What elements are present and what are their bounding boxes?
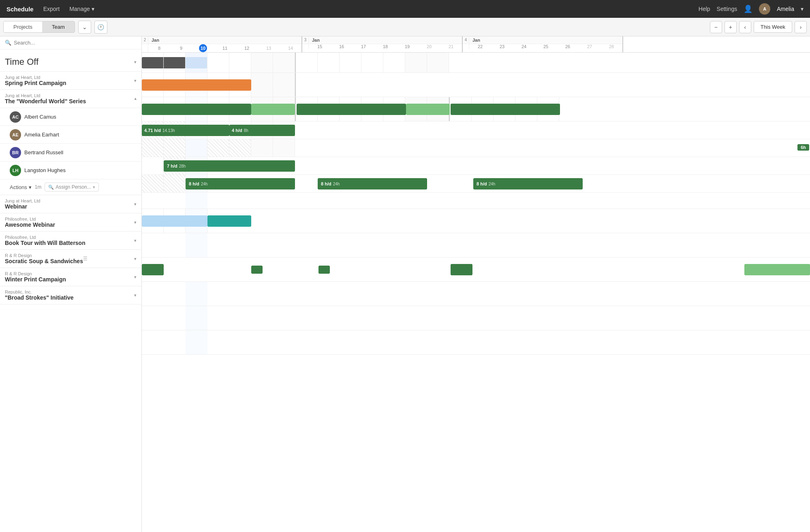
subnav-right: − + ‹ This Week › bbox=[710, 21, 807, 33]
zoom-out-button[interactable]: − bbox=[710, 21, 722, 33]
spring-print-gantt-row bbox=[142, 73, 810, 97]
socratic-soup-header[interactable]: R & R Design Socratic Soup & Sandwiches … bbox=[0, 250, 141, 268]
day-header-9: 9 bbox=[170, 44, 192, 52]
awesome-webinar-gantt-row bbox=[142, 233, 810, 257]
timeoff-section-header[interactable]: Time Off ▾ bbox=[0, 53, 141, 72]
spring-print-header[interactable]: Jung at Heart, Ltd Spring Print Campaign… bbox=[0, 72, 141, 90]
search-input[interactable] bbox=[14, 40, 137, 46]
search-icon-small: 🔍 bbox=[48, 185, 54, 190]
book-tour-bar4 bbox=[451, 264, 472, 275]
book-tour-bar1 bbox=[142, 264, 164, 275]
view-tabs: Projects Team bbox=[3, 21, 75, 33]
gantt-header: 2 Jan 8 9 10 11 12 13 14 bbox=[142, 36, 810, 53]
book-tour-gantt-row bbox=[142, 257, 810, 282]
langston-hughes-bar1: 8 h/d 24h bbox=[186, 178, 295, 189]
avatar-albert-camus: AC bbox=[10, 111, 21, 123]
top-nav: Schedule Export Manage ▾ Help Settings 👤… bbox=[0, 0, 810, 18]
day-header-8: 8 bbox=[148, 44, 170, 52]
webinar-chevron-icon[interactable]: ▾ bbox=[134, 202, 137, 207]
assign-dropdown-icon[interactable]: ▾ bbox=[93, 185, 95, 190]
webinar-client: Jung at Heart, Ltd bbox=[5, 198, 40, 203]
awesome-webinar-chevron-icon[interactable]: ▾ bbox=[134, 220, 137, 225]
person-name-amelia-earhart: Amelia Earhart bbox=[24, 132, 59, 138]
search-box: 🔍 bbox=[0, 36, 141, 49]
tab-team[interactable]: Team bbox=[42, 21, 75, 32]
book-tour-chevron-icon[interactable]: ▾ bbox=[134, 238, 137, 243]
broad-strokes-header[interactable]: Republic, Inc. "Broad Strokes" Initiativ… bbox=[0, 286, 141, 304]
search-icon: 🔍 bbox=[5, 40, 11, 46]
username[interactable]: Amelia bbox=[777, 6, 794, 12]
wonderful-world-client: Jung at Heart, Ltd bbox=[5, 93, 86, 98]
export-link[interactable]: Export bbox=[43, 6, 60, 12]
topnav-right: Help Settings 👤 A Amelia ▾ bbox=[699, 3, 804, 15]
settings-link[interactable]: Settings bbox=[717, 6, 737, 12]
person-name-langston-hughes: Langston Hughes bbox=[24, 167, 66, 173]
actions-duration: 1m bbox=[35, 184, 42, 190]
person-row-albert-camus: AC Albert Camus bbox=[0, 108, 141, 126]
wonderful-world-title: The "Wonderful World" Series bbox=[5, 98, 86, 104]
actions-label: Actions bbox=[10, 184, 27, 190]
webinar-header[interactable]: Jung at Heart, Ltd Webinar ▾ bbox=[0, 195, 141, 213]
spring-print-client: Jung at Heart, Ltd bbox=[5, 75, 66, 80]
actions-row: Actions ▾ 1m 🔍 Assign Person... ▾ bbox=[0, 179, 141, 195]
actions-gantt-row bbox=[142, 193, 810, 209]
sub-nav: Projects Team ⌄ 🕐 − + ‹ This Week › bbox=[0, 18, 810, 36]
tab-projects[interactable]: Projects bbox=[4, 21, 42, 32]
person-row-langston-hughes: LH Langston Hughes bbox=[0, 162, 141, 179]
broad-strokes-chevron-icon[interactable]: ▾ bbox=[134, 293, 137, 298]
timeoff-chevron-icon[interactable]: ▾ bbox=[134, 60, 137, 65]
prev-week-button[interactable]: ‹ bbox=[739, 21, 751, 33]
webinar-bar-teal bbox=[207, 215, 251, 227]
content-area: 🔍 2 Jan 8 9 10 11 bbox=[0, 36, 810, 532]
assign-person-dropdown[interactable]: 🔍 Assign Person... ▾ bbox=[45, 183, 98, 192]
avatar[interactable]: A bbox=[759, 3, 770, 15]
socratic-soup-title: Socratic Soup & Sandwiches bbox=[5, 258, 83, 264]
spring-print-bar bbox=[142, 79, 251, 91]
amelia-earhart-bar: 6h bbox=[797, 144, 809, 151]
winter-print-header[interactable]: R & R Design Winter Print Campaign ▾ bbox=[0, 268, 141, 286]
manage-link[interactable]: Manage ▾ bbox=[69, 6, 94, 12]
spring-print-chevron-icon[interactable]: ▾ bbox=[134, 78, 137, 83]
albert-camus-bar1: 4.71 h/d 14.13h bbox=[142, 125, 229, 136]
wonderful-world-gantt-row bbox=[142, 97, 810, 121]
book-tour-bar5 bbox=[744, 264, 810, 275]
person-row-bertrand-russell: BR Bertrand Russell bbox=[0, 144, 141, 162]
zoom-in-button[interactable]: + bbox=[725, 21, 737, 33]
body-right: 4.71 h/d 14.13h 4 h/d 8h bbox=[142, 53, 810, 532]
socratic-soup-gantt-row bbox=[142, 282, 810, 306]
filter-icon[interactable]: ⌄ bbox=[78, 21, 91, 34]
langston-hughes-bar3: 8 h/d 24h bbox=[473, 178, 583, 189]
clock-icon[interactable]: 🕐 bbox=[94, 21, 107, 34]
app-title[interactable]: Schedule bbox=[6, 6, 34, 13]
username-chevron-icon: ▾ bbox=[801, 6, 804, 12]
awesome-webinar-header[interactable]: Philosofree, Ltd Awesome Webinar ▾ bbox=[0, 213, 141, 232]
book-tour-client: Philosofree, Ltd bbox=[5, 235, 85, 240]
user-icon[interactable]: 👤 bbox=[744, 4, 752, 13]
current-week-label[interactable]: This Week bbox=[754, 21, 792, 33]
awesome-webinar-title: Awesome Webinar bbox=[5, 221, 55, 228]
day-header-14: 14 bbox=[280, 44, 301, 52]
socratic-soup-chevron-icon[interactable]: ▾ bbox=[134, 256, 137, 262]
day-header-10-today: 10 bbox=[192, 44, 214, 52]
book-tour-header[interactable]: Philosofree, Ltd Book Tour with Will Bat… bbox=[0, 232, 141, 250]
webinar-gantt-row bbox=[142, 209, 810, 233]
broad-strokes-title: "Broad Strokes" Initiative bbox=[5, 294, 74, 301]
assign-person-label: Assign Person... bbox=[56, 184, 91, 190]
note-icon: ☰ bbox=[83, 256, 88, 262]
timeoff-bar-dark bbox=[142, 57, 186, 68]
book-tour-title: Book Tour with Will Batterson bbox=[5, 240, 85, 246]
spring-print-title: Spring Print Campaign bbox=[5, 80, 66, 86]
winter-print-title: Winter Print Campaign bbox=[5, 276, 66, 283]
actions-button[interactable]: Actions ▾ bbox=[10, 184, 32, 190]
wonderful-world-header[interactable]: Jung at Heart, Ltd The "Wonderful World"… bbox=[0, 90, 141, 108]
wonderful-world-chevron-icon[interactable]: ▾ bbox=[134, 96, 137, 102]
avatar-bertrand-russell: BR bbox=[10, 147, 21, 158]
winter-print-chevron-icon[interactable]: ▾ bbox=[134, 275, 137, 280]
amelia-earhart-gantt-row: 6h bbox=[142, 139, 810, 157]
next-week-button[interactable]: › bbox=[795, 21, 807, 33]
day-header-11: 11 bbox=[214, 44, 236, 52]
header-row: 🔍 2 Jan 8 9 10 11 bbox=[0, 36, 810, 53]
book-tour-bar2 bbox=[251, 266, 263, 274]
socratic-soup-client: R & R Design bbox=[5, 253, 83, 258]
help-link[interactable]: Help bbox=[699, 6, 710, 12]
